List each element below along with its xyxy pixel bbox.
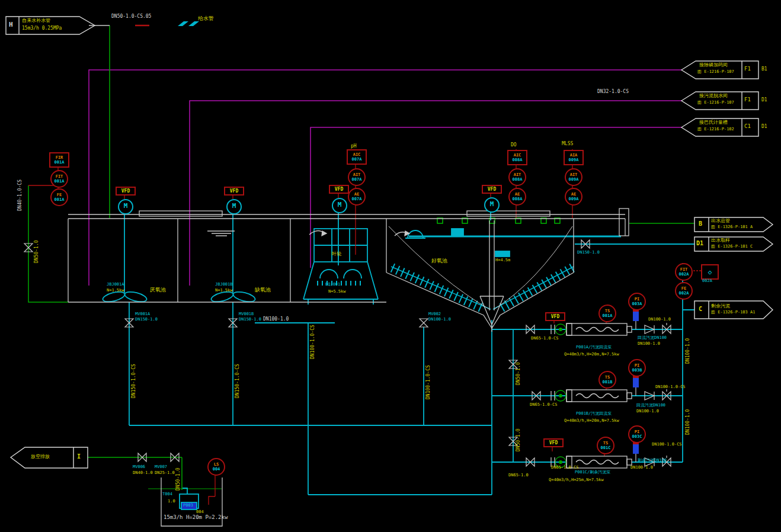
inst-num: 001B	[603, 380, 613, 384]
tank2-label: 缺氧池	[255, 287, 271, 293]
pump2-note: 回流污泥DN100	[636, 403, 665, 408]
vfd-box-pump3: VFD	[543, 438, 564, 447]
inst-num: 007A	[352, 177, 362, 182]
flag-c-letter: C	[699, 306, 702, 312]
pump1-spec: Q=40m3/h,H=20m,N=7.5kw	[564, 352, 619, 357]
pipe-label-manifold1: DN50-1.0	[516, 362, 521, 385]
flag-f2-line1: 接污泥脱水间	[699, 94, 728, 98]
flag-f2-ref: D1	[761, 98, 767, 102]
inst-tag: FIR	[56, 155, 63, 160]
pump1-note: 回流污泥DN100	[638, 336, 667, 340]
inst-num: 008A	[513, 158, 523, 162]
inst-num: 001A	[55, 160, 65, 165]
valve-mv001b-size: DN150-1.0	[239, 318, 261, 322]
pump3-note-size: DN100-1.0	[630, 466, 653, 470]
sump-pump-num: 004	[196, 510, 204, 514]
pipe-label-manifold2: DN50-1.0	[516, 428, 521, 451]
flag-d1-letter: D1	[696, 241, 703, 246]
flag-h-line1: 自来水补水管	[22, 18, 50, 23]
flag-d1-line1: 出水取样	[711, 238, 730, 243]
interlock-symbol: ◇	[701, 264, 719, 280]
aerator-spec: N=5.5kw	[328, 290, 346, 294]
motor-clarifier: M	[484, 197, 500, 213]
signal-lines-red	[28, 25, 701, 505]
inst-num: 003A	[632, 302, 642, 306]
inst-tag: FE	[681, 286, 686, 291]
tank3-label: 好氧池	[431, 258, 447, 264]
pump1-tag: P001A/污泥回流泵	[576, 345, 612, 350]
pump1-suction-label: DN65-1.0-CS	[531, 336, 558, 341]
flag-b-line2: 图 E-1326-P-101 A	[711, 225, 753, 229]
flag-f3-line2: 图 E-1216-P-102	[697, 127, 734, 132]
sump-pump-tag: P003	[183, 504, 193, 508]
instrument-ls-004: LS004	[207, 458, 225, 476]
inst-tag: AIC	[514, 153, 521, 158]
flag-f1-line1: 接除磷加药间	[699, 63, 728, 68]
flag-b-line1: 出水总管	[711, 219, 730, 223]
instrument-pi-003c: PI003C	[628, 425, 646, 443]
valve-mv006-size: DN40-1.0	[133, 471, 153, 475]
inst-tag: AE	[571, 192, 576, 197]
flag-f1-ref: B1	[761, 67, 767, 72]
pipe-label-header2: DN100-1.0	[686, 409, 690, 435]
valve-mv001a-size: DN150-1.0	[135, 318, 158, 322]
flag-h-letter: H	[9, 21, 13, 28]
mixer2-tag: JBJ001B	[215, 283, 233, 287]
flag-i-letter: I	[77, 454, 81, 460]
inst-num: 008A	[513, 197, 523, 201]
instrument-ae-009a: AE009A	[565, 188, 582, 206]
inst-num: 009A	[569, 158, 579, 162]
mixer1-tag: JBJ001A	[107, 283, 124, 287]
inst-tag: PI	[635, 430, 639, 434]
pipe-label-sump: DN50-1.0	[176, 467, 181, 491]
flag-i-line1: 放空排放	[31, 454, 50, 459]
inst-num: 003C	[632, 434, 642, 439]
instrument-fir-001a: FIR001A	[49, 152, 69, 168]
d1-line-size: DN150-1.0	[577, 251, 600, 255]
instrument-fit-001a: FIT001A	[50, 170, 68, 188]
pipe-label-dn40cs: DN40-1.0-CS	[18, 180, 23, 211]
inst-tag: AE	[354, 192, 359, 197]
offpage-flags	[6, 17, 773, 468]
flag-c-line1: 剩余污泥	[711, 304, 730, 309]
inst-tag: PI	[635, 297, 639, 302]
instrument-ait-009a: AIT009A	[565, 168, 582, 186]
inst-num: 001A	[55, 179, 65, 184]
inst-tag: AIC	[353, 152, 361, 157]
flag-f2-letter: F1	[744, 97, 751, 102]
valve-mv002-tag: MV002	[428, 312, 441, 316]
pump3-tag: P001C/剩余污泥泵	[575, 470, 610, 475]
inst-tag: PI	[635, 363, 639, 368]
inst-num: 003B	[632, 368, 642, 373]
flag-f3-line1: 接巴氏计量槽	[699, 120, 728, 125]
pipe-label-dn32: DN32-1.0-CS	[597, 89, 629, 94]
flag-f1-line2: 图 E-1216-P-107	[697, 70, 734, 74]
instrument-fe-001a: FE001A	[50, 188, 68, 206]
instrument-ts-001a: TS001A	[598, 305, 616, 322]
pipe-label-drain1: DN150-1.0-CS	[132, 364, 136, 398]
clarifier-depth: H=4.5m	[495, 258, 510, 262]
inst-num: 009A	[569, 177, 579, 182]
inst-tag: AIA	[570, 153, 578, 158]
pump2-note-size: DN100-1.0	[636, 409, 659, 414]
pipe-label-dn100-h: DN100-1.0	[263, 317, 289, 322]
flag-d1-line2: 图 E-1326-P-101 C	[711, 245, 753, 249]
pump3-discharge-label: DN100-1.0-CS	[652, 443, 682, 447]
pump2-spec: Q=40m3/h,H=20m,N=7.5kw	[564, 419, 619, 423]
inst-tag: AIT	[353, 172, 361, 177]
pump2-tag: P001B/污泥回流泵	[576, 412, 612, 416]
valve-mv007-size: DN25-1.0	[155, 471, 175, 475]
diagram-linework	[0, 0, 781, 532]
flag-c-line2: 图 E-1326-P-103 A1	[711, 310, 755, 315]
mixer2-spec: N=1.5kw	[215, 289, 233, 293]
instrument-fit-002a: FIT002A	[675, 263, 693, 281]
inst-num: 009A	[569, 197, 579, 201]
inst-num: 001C	[601, 446, 611, 450]
inst-tag: TS	[603, 441, 608, 446]
valve-mv006-tag: MV006	[133, 465, 145, 469]
legend-water-label: 给水管	[198, 16, 214, 21]
valve-mv001a-tag: MV001A	[135, 312, 150, 316]
valve-mv007-tag: MV007	[155, 465, 167, 469]
tank1-label: 厌氧池	[150, 287, 166, 293]
pipe-label-center-drain: DN100-1.0-CS	[311, 325, 315, 359]
